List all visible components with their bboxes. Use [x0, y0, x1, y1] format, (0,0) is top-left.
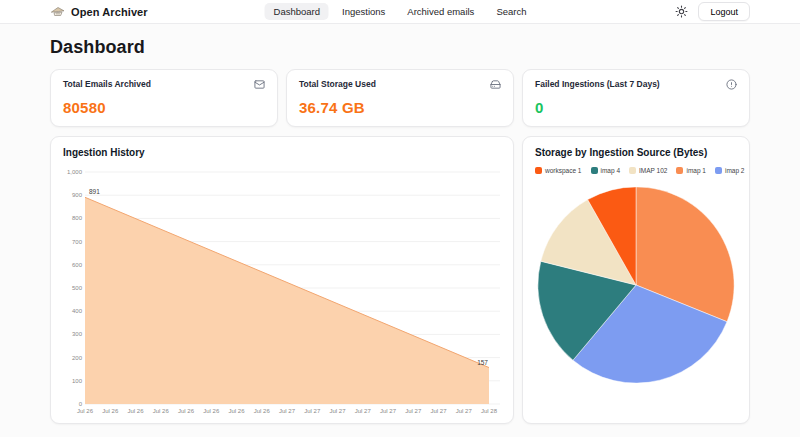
top-navbar: Open Archiver Dashboard Ingestions Archi…: [0, 0, 800, 24]
svg-text:Jul 27: Jul 27: [405, 408, 422, 414]
pie-wrap: [535, 180, 737, 390]
main-content: Dashboard Total Emails Archived 80580 To…: [0, 24, 800, 424]
ingestion-history-area-chart: 01002003004005006007008009001,000Jul 26J…: [63, 162, 503, 416]
mail-icon: [254, 79, 265, 90]
svg-text:Jul 26: Jul 26: [203, 408, 220, 414]
legend-label: IMAP 102: [639, 167, 667, 174]
legend-label: imap 1: [686, 167, 706, 174]
alert-circle-icon: [726, 79, 737, 90]
legend-item[interactable]: imap 1: [676, 167, 706, 174]
svg-text:Jul 27: Jul 27: [329, 408, 346, 414]
ingestion-history-card: Ingestion History 0100200300400500600700…: [50, 136, 514, 424]
legend-item[interactable]: workspace 1: [535, 167, 582, 174]
stat-title: Failed Ingestions (Last 7 Days): [535, 79, 660, 89]
svg-text:Jul 27: Jul 27: [456, 408, 473, 414]
legend-swatch: [715, 167, 722, 174]
stat-card-total-storage: Total Storage Used 36.74 GB: [286, 69, 514, 127]
svg-text:Jul 26: Jul 26: [228, 408, 245, 414]
svg-text:400: 400: [72, 308, 83, 314]
legend-item[interactable]: imap 2: [715, 167, 745, 174]
svg-text:Jul 28: Jul 28: [481, 408, 498, 414]
storage-pie-chart[interactable]: [535, 180, 737, 390]
stat-value: 36.74 GB: [299, 99, 501, 116]
stat-value: 80580: [63, 99, 265, 116]
sun-icon[interactable]: [675, 5, 688, 18]
svg-text:500: 500: [72, 285, 83, 291]
svg-text:0: 0: [79, 401, 83, 407]
stat-value: 0: [535, 99, 737, 116]
svg-text:157: 157: [477, 359, 488, 366]
svg-text:Jul 26: Jul 26: [77, 408, 94, 414]
svg-text:Jul 27: Jul 27: [380, 408, 397, 414]
legend-swatch: [591, 167, 598, 174]
pie-legend: workspace 1 imap 4 IMAP 102 imap 1 imap …: [535, 167, 737, 174]
svg-text:200: 200: [72, 355, 83, 361]
legend-item[interactable]: imap 4: [591, 167, 621, 174]
svg-text:Jul 26: Jul 26: [102, 408, 119, 414]
svg-text:Jul 26: Jul 26: [254, 408, 271, 414]
charts-row: Ingestion History 0100200300400500600700…: [50, 136, 750, 424]
legend-swatch: [676, 167, 683, 174]
hard-drive-icon: [490, 79, 501, 90]
legend-label: workspace 1: [545, 167, 582, 174]
origami-bird-logo-icon: [50, 5, 66, 18]
stat-title: Total Emails Archived: [63, 79, 151, 89]
stat-card-total-emails: Total Emails Archived 80580: [50, 69, 278, 127]
stat-card-failed-ingestions: Failed Ingestions (Last 7 Days) 0: [522, 69, 750, 127]
legend-swatch: [535, 167, 542, 174]
chart-title: Storage by Ingestion Source (Bytes): [535, 147, 737, 158]
svg-text:891: 891: [89, 188, 100, 195]
nav-item-search[interactable]: Search: [487, 3, 535, 20]
svg-text:Jul 26: Jul 26: [127, 408, 144, 414]
nav-item-archived-emails[interactable]: Archived emails: [398, 3, 483, 20]
page-title: Dashboard: [50, 37, 750, 58]
svg-text:600: 600: [72, 262, 83, 268]
svg-text:Jul 27: Jul 27: [430, 408, 447, 414]
svg-text:800: 800: [72, 215, 83, 221]
svg-text:700: 700: [72, 239, 83, 245]
legend-label: imap 4: [601, 167, 621, 174]
svg-text:1,000: 1,000: [67, 169, 83, 175]
brand-name: Open Archiver: [71, 6, 148, 18]
svg-text:Jul 26: Jul 26: [178, 408, 195, 414]
chart-title: Ingestion History: [63, 147, 501, 158]
svg-text:Jul 27: Jul 27: [355, 408, 372, 414]
stats-row: Total Emails Archived 80580 Total Storag…: [50, 69, 750, 127]
nav-item-dashboard[interactable]: Dashboard: [265, 3, 329, 20]
navbar-right: Logout: [675, 2, 750, 21]
brand[interactable]: Open Archiver: [50, 5, 148, 18]
svg-text:100: 100: [72, 378, 83, 384]
svg-text:Jul 27: Jul 27: [279, 408, 296, 414]
svg-text:Jul 27: Jul 27: [304, 408, 321, 414]
storage-by-source-card: Storage by Ingestion Source (Bytes) work…: [522, 136, 750, 424]
main-nav: Dashboard Ingestions Archived emails Sea…: [265, 3, 536, 20]
stat-title: Total Storage Used: [299, 79, 376, 89]
svg-text:Jul 26: Jul 26: [153, 408, 170, 414]
svg-text:300: 300: [72, 331, 83, 337]
logout-button[interactable]: Logout: [698, 2, 750, 21]
legend-label: imap 2: [725, 167, 745, 174]
svg-text:900: 900: [72, 192, 83, 198]
nav-item-ingestions[interactable]: Ingestions: [333, 3, 394, 20]
legend-item[interactable]: IMAP 102: [629, 167, 667, 174]
legend-swatch: [629, 167, 636, 174]
